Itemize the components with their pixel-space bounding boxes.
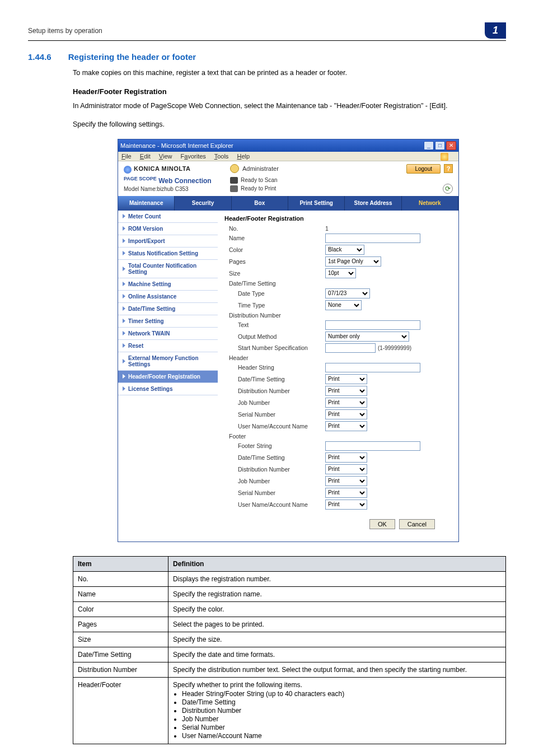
h-dt-label: Date/Time Setting <box>224 376 325 382</box>
menu-edit[interactable]: Edit <box>140 153 151 160</box>
date-type-label: Date Type <box>224 290 325 297</box>
f-dist-select[interactable]: Print <box>325 464 367 474</box>
tab-box[interactable]: Box <box>232 196 288 211</box>
brand-logo: KONICA MINOLTA <box>124 165 224 173</box>
h-job-label: Job Number <box>224 399 325 406</box>
f-dt-select[interactable]: Print <box>325 452 367 463</box>
nav-import-export[interactable]: Import/Export <box>118 235 218 248</box>
menu-tools[interactable]: Tools <box>214 153 229 160</box>
maximize-button[interactable]: □ <box>435 141 445 150</box>
date-type-select[interactable]: 07/1/23 <box>325 288 370 298</box>
footer-string-label: Footer String <box>224 442 325 449</box>
name-label: Name <box>224 235 325 241</box>
nav-header-footer[interactable]: Header/Footer Registration <box>118 371 218 383</box>
tab-security[interactable]: Security <box>175 196 231 211</box>
f-user-label: User Name/Account Name <box>224 501 325 508</box>
header-string-label: Header String <box>224 364 325 371</box>
cancel-button[interactable]: Cancel <box>399 519 435 529</box>
hf-bullet: Job Number <box>182 715 501 723</box>
ie-throbber-icon <box>441 153 448 161</box>
time-type-select[interactable]: None <box>325 300 362 310</box>
h-user-select[interactable]: Print <box>325 421 367 431</box>
menu-favorites[interactable]: Favorites <box>181 153 206 160</box>
f-serial-select[interactable]: Print <box>325 488 367 498</box>
nav-meter-count[interactable]: Meter Count <box>118 211 218 223</box>
menu-help[interactable]: Help <box>237 153 250 160</box>
minimize-button[interactable]: _ <box>424 141 434 150</box>
hf-bullet: Distribution Number <box>182 707 501 715</box>
refresh-icon[interactable]: ⟳ <box>443 184 453 194</box>
nav-license-settings[interactable]: License Settings <box>118 383 218 395</box>
f-user-select[interactable]: Print <box>325 500 367 510</box>
breadcrumb: Setup items by operation <box>28 27 102 35</box>
hf-bullet: Date/Time Setting <box>182 698 501 706</box>
footer-string-input[interactable] <box>325 441 420 451</box>
close-button[interactable]: ✕ <box>446 141 456 150</box>
start-num-label: Start Number Specification <box>224 344 325 351</box>
help-icon[interactable]: ? <box>444 164 453 173</box>
table-head-item: Item <box>73 556 168 571</box>
tab-maintenance[interactable]: Maintenance <box>118 196 175 211</box>
pagescope-label: PAGE SCOPE Web Connection <box>124 176 224 185</box>
status-scan: Ready to Scan <box>241 177 278 183</box>
main-tabs: Maintenance Security Box Print Setting S… <box>118 196 458 211</box>
h-serial-select[interactable]: Print <box>325 409 367 419</box>
nav-total-counter[interactable]: Total Counter Notification Setting <box>118 260 218 278</box>
ie-title: Maintenance - Microsoft Internet Explore… <box>120 142 233 149</box>
time-type-label: Time Type <box>224 302 325 309</box>
dist-text-input[interactable] <box>325 320 420 330</box>
sub-title: Header/Footer Registration <box>73 87 506 96</box>
h-dt-select[interactable]: Print <box>325 374 367 384</box>
model-name: Model Name:bizhub C353 <box>124 186 224 192</box>
h-dist-select[interactable]: Print <box>325 386 367 396</box>
table-row: PagesSelect the pages to be printed. <box>73 617 506 632</box>
admin-text-2: Specify the following settings. <box>73 120 506 130</box>
nav-ext-memory[interactable]: External Memory Function Settings <box>118 352 218 371</box>
admin-text-1: In Administrator mode of PageScope Web C… <box>73 101 506 111</box>
chapter-badge: 1 <box>485 22 506 39</box>
nav-status-notification[interactable]: Status Notification Setting <box>118 248 218 260</box>
menu-file[interactable]: FFileile <box>121 153 132 160</box>
nav-rom-version[interactable]: ROM Version <box>118 223 218 235</box>
header-group-label: Header <box>224 354 325 361</box>
h-user-label: User Name/Account Name <box>224 423 325 430</box>
nav-reset[interactable]: Reset <box>118 340 218 352</box>
table-row: NameSpecify the registration name. <box>73 586 506 601</box>
header-string-input[interactable] <box>325 363 420 372</box>
h-job-select[interactable]: Print <box>325 398 367 408</box>
start-num-input[interactable] <box>325 343 376 353</box>
tab-network[interactable]: Network <box>402 196 458 211</box>
nav-network-twain[interactable]: Network TWAIN <box>118 328 218 340</box>
tab-print-setting[interactable]: Print Setting <box>288 196 345 211</box>
size-select[interactable]: 10pt <box>325 268 356 278</box>
tab-store-address[interactable]: Store Address <box>345 196 401 211</box>
hf-intro: Specify whether to print the following i… <box>173 681 302 689</box>
nav-machine-setting[interactable]: Machine Setting <box>118 278 218 291</box>
color-select[interactable]: Black <box>325 245 364 255</box>
section-title: Registering the header or footer <box>68 52 196 62</box>
ok-button[interactable]: OK <box>369 519 395 529</box>
admin-icon <box>230 164 239 173</box>
pages-label: Pages <box>224 258 325 265</box>
no-value: 1 <box>325 225 329 232</box>
dt-group-label: Date/Time Setting <box>224 280 325 287</box>
nav-online-assistance[interactable]: Online Assistance <box>118 291 218 303</box>
start-num-hint: (1-99999999) <box>378 345 411 351</box>
pages-select[interactable]: 1st Page Only <box>325 256 381 267</box>
name-input[interactable] <box>325 234 420 243</box>
nav-timer-setting[interactable]: Timer Setting <box>118 315 218 328</box>
ie-menubar[interactable]: FFileile Edit View Favorites Tools Help <box>118 152 458 161</box>
f-dist-label: Distribution Number <box>224 466 325 473</box>
f-job-label: Job Number <box>224 478 325 484</box>
form-title: Header/Footer Registration <box>224 215 452 222</box>
logout-button[interactable]: Logout <box>406 164 441 174</box>
hf-bullet: Header String/Footer String (up to 40 ch… <box>182 690 501 698</box>
f-job-select[interactable]: Print <box>325 476 367 486</box>
output-select[interactable]: Number only <box>325 332 409 342</box>
intro-text: To make copies on this machine, register… <box>73 68 506 78</box>
sidebar-nav: Meter Count ROM Version Import/Export St… <box>118 211 218 542</box>
nav-date-time[interactable]: Date/Time Setting <box>118 303 218 315</box>
menu-view[interactable]: View <box>159 153 172 160</box>
dist-group-label: Distribution Number <box>224 312 325 319</box>
h-serial-label: Serial Number <box>224 411 325 418</box>
